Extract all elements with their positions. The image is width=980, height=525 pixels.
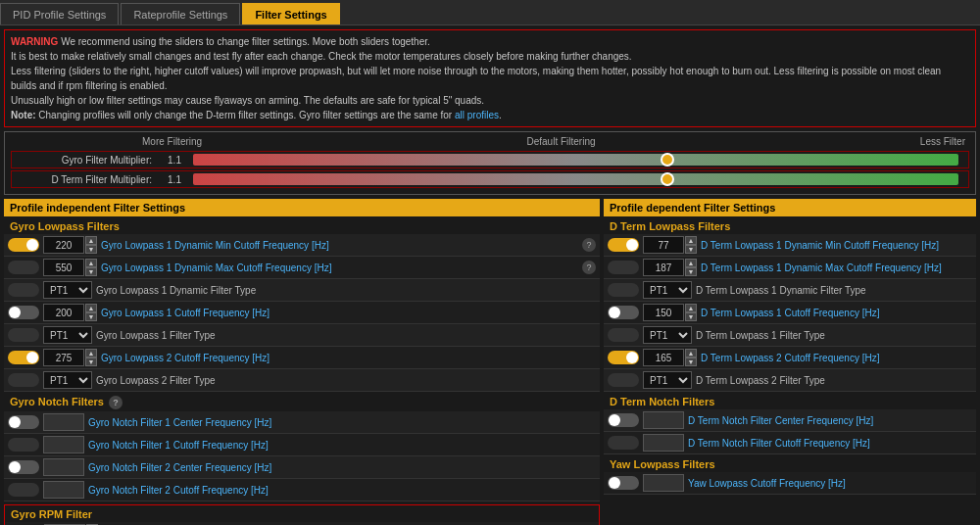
toggle-dterm-lp1-cutoff[interactable] [608, 306, 639, 319]
input-dterm-lp1-max[interactable] [643, 259, 684, 276]
tab-filter[interactable]: Filter Settings [242, 3, 339, 24]
rpm-section: Gyro RPM Filter ▲▼ Gyro RPM Filter Harmo… [4, 504, 600, 525]
toggle-gyro-lp1-dyn[interactable] [8, 238, 39, 252]
spin-down[interactable]: ▼ [685, 312, 697, 321]
table-row: PT1 D Term Lowpass 1 Dynamic Filter Type [604, 279, 976, 302]
toggle-placeholder [608, 373, 639, 387]
info-icon[interactable]: ? [582, 261, 596, 274]
warning-line-1: It is best to make relatively small chan… [11, 51, 632, 62]
select-gyro-lp1-type[interactable]: PT1 [43, 281, 92, 299]
toggle-placeholder [8, 328, 39, 342]
info-icon-notch[interactable]: ? [109, 396, 122, 409]
table-row: ▲▼ D Term Lowpass 1 Dynamic Min Cutoff F… [604, 234, 976, 257]
warning-note: Note: Changing profiles will only change… [11, 110, 502, 120]
spin-down[interactable]: ▼ [85, 312, 97, 321]
notch-placeholder [43, 481, 84, 499]
label-gyro-lp1-max: Gyro Lowpass 1 Dynamic Max Cutoff Freque… [101, 262, 580, 273]
notch-placeholder [643, 411, 684, 429]
spin-down[interactable]: ▼ [85, 267, 97, 276]
input-gyro-lp1-min[interactable] [43, 236, 84, 254]
select-gyro-lp2-type[interactable]: PT1 [43, 371, 92, 389]
spin-up[interactable]: ▲ [85, 304, 97, 312]
tab-rate[interactable]: Rateprofile Settings [121, 3, 240, 24]
table-row: Gyro Notch Filter 2 Center Frequency [Hz… [4, 456, 600, 479]
toggle-gyro-lp2[interactable] [8, 351, 39, 364]
label-dterm-lp1-dyntype: D Term Lowpass 1 Dynamic Filter Type [696, 285, 972, 296]
toggle-dterm-notch-center[interactable] [608, 413, 639, 427]
toggle-notch1-center[interactable] [8, 415, 39, 429]
gyro-slider-thumb[interactable] [661, 153, 674, 167]
spin-down[interactable]: ▼ [685, 358, 697, 366]
toggle-placeholder [8, 261, 39, 274]
warning-title: WARNING [11, 36, 58, 47]
table-row: PT1 D Term Lowpass 1 Filter Type [604, 324, 976, 347]
input-dterm-lp1-cutoff[interactable] [643, 304, 684, 321]
spin-up[interactable]: ▲ [85, 349, 97, 358]
left-panel: Profile independent Filter Settings Gyro… [4, 199, 600, 525]
label-notch2-cutoff: Gyro Notch Filter 2 Cutoff Frequency [Hz… [88, 485, 596, 496]
spin-down[interactable]: ▼ [85, 358, 97, 366]
toggle-yaw-cutoff[interactable] [608, 476, 639, 490]
select-gyro-lp1-filtertype[interactable]: PT1 [43, 326, 92, 344]
rpm-header: Gyro RPM Filter [5, 505, 599, 522]
dterm-slider-track[interactable] [193, 173, 958, 185]
spin-down[interactable]: ▼ [685, 245, 697, 254]
toggle-gyro-lp1-cutoff[interactable] [8, 306, 39, 319]
toggle-placeholder [8, 483, 39, 497]
table-row: Gyro Notch Filter 2 Cutoff Frequency [Hz… [4, 479, 600, 501]
input-dterm-lp1-min[interactable] [643, 236, 684, 254]
spin-up[interactable]: ▲ [685, 259, 697, 267]
num-input-gyro-lp1-max[interactable]: ▲▼ [43, 259, 97, 276]
tab-pid[interactable]: PID Profile Settings [0, 3, 119, 24]
dterm-lowpass-header: D Term Lowpass Filters [604, 216, 976, 234]
toggle-dterm-lp1-dyn[interactable] [608, 238, 639, 252]
toggle-placeholder [608, 436, 639, 450]
notch-placeholder [43, 436, 84, 453]
num-input-gyro-lp1-cutoff[interactable]: ▲▼ [43, 304, 97, 321]
num-input-gyro-lp1-min[interactable]: ▲▼ [43, 236, 97, 254]
toggle-placeholder [8, 438, 39, 452]
spin-up[interactable]: ▲ [85, 259, 97, 267]
toggle-notch2-center[interactable] [8, 460, 39, 474]
spin-up[interactable]: ▲ [685, 304, 697, 312]
toggle-placeholder [8, 283, 39, 297]
table-row: ▲▼ Gyro Lowpass 1 Dynamic Max Cutoff Fre… [4, 257, 600, 279]
input-gyro-lp1-cutoff[interactable] [43, 304, 84, 321]
num-input-dterm-lp1-min[interactable]: ▲▼ [643, 236, 697, 254]
dterm-notch-header: D Term Notch Filters [604, 392, 976, 409]
warning-line-2: Less filtering (sliders to the right, hi… [11, 66, 941, 91]
gyro-slider-value: 1.1 [160, 155, 189, 166]
table-row: Yaw Lowpass Cutoff Frequency [Hz] [604, 472, 976, 495]
gyro-slider-row: Gyro Filter Multiplier: 1.1 [11, 151, 969, 168]
num-input-dterm-lp1-cutoff[interactable]: ▲▼ [643, 304, 697, 321]
num-input-dterm-lp2[interactable]: ▲▼ [643, 349, 697, 366]
table-row: ▲▼ D Term Lowpass 1 Dynamic Max Cutoff F… [604, 257, 976, 279]
label-dterm-notch-cutoff: D Term Notch Filter Cutoff Frequency [Hz… [688, 438, 972, 449]
num-input-gyro-lp2[interactable]: ▲▼ [43, 349, 97, 366]
toggle-placeholder [8, 373, 39, 387]
select-dterm-lp1-filtertype[interactable]: PT1 [643, 326, 692, 344]
num-input-dterm-lp1-max[interactable]: ▲▼ [643, 259, 697, 276]
right-section-header: Profile dependent Filter Settings [604, 199, 976, 216]
toggle-placeholder [608, 283, 639, 297]
table-row: ▲▼ Gyro Lowpass 1 Cutoff Frequency [Hz] [4, 302, 600, 324]
gyro-slider-track[interactable] [193, 154, 958, 166]
table-row: PT1 D Term Lowpass 2 Filter Type [604, 369, 976, 392]
notch-placeholder [643, 474, 684, 492]
input-gyro-lp1-max[interactable] [43, 259, 84, 276]
select-dterm-lp2-type[interactable]: PT1 [643, 371, 692, 389]
dterm-slider-thumb[interactable] [661, 172, 674, 186]
select-dterm-lp1-dyntype[interactable]: PT1 [643, 281, 692, 299]
spin-up[interactable]: ▲ [685, 349, 697, 358]
table-row: Gyro Notch Filter 1 Cutoff Frequency [Hz… [4, 434, 600, 456]
toggle-dterm-lp2[interactable] [608, 351, 639, 364]
spin-up[interactable]: ▲ [685, 236, 697, 245]
info-icon[interactable]: ? [582, 238, 596, 252]
spin-down[interactable]: ▼ [685, 267, 697, 276]
spin-down[interactable]: ▼ [85, 245, 97, 254]
input-dterm-lp2[interactable] [643, 349, 684, 366]
input-gyro-lp2[interactable] [43, 349, 84, 366]
dterm-slider-value: 1.1 [160, 174, 189, 185]
spin-up[interactable]: ▲ [85, 236, 97, 245]
table-row: PT1 Gyro Lowpass 1 Dynamic Filter Type [4, 279, 600, 302]
